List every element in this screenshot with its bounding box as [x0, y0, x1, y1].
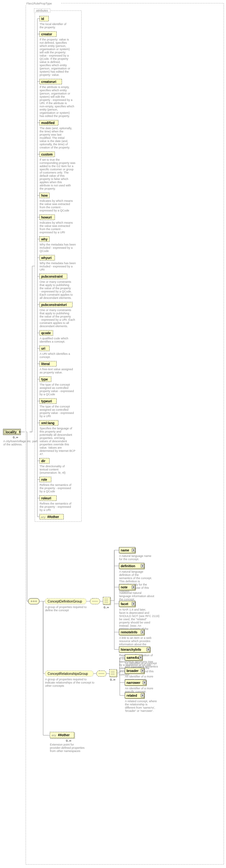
svg-text:creator: creator	[41, 32, 52, 36]
svg-text:type: type	[41, 378, 48, 381]
svg-text:A group of properties required: A group of properties required to define…	[45, 606, 88, 612]
attr-creator: creatorIf the property: value isnot defi…	[37, 31, 70, 76]
attr-custom-annotation: If set to true thecorresponding property…	[39, 158, 76, 190]
attr-roleuri: roleuriRefines the semantics ofthe prope…	[37, 496, 72, 512]
attr-typeuri: typeuriThe type of the conceptassigned a…	[37, 399, 74, 418]
svg-text:related: related	[126, 694, 137, 698]
rel-narrower-annotation: An identifier of a morespecific concept.	[125, 687, 153, 693]
attr-type-annotation: The type of the conceptassigned as contr…	[39, 383, 74, 396]
attr-why: whyWhy the metadata has beenincluded - e…	[37, 237, 76, 253]
attr-pubconstraint: pubconstraintOne or many constraintsthat…	[37, 274, 73, 300]
attr-id-annotation: The local identifier ofthe property.	[39, 23, 67, 29]
svg-text:0..∞: 0..∞	[110, 678, 115, 681]
svg-text:custom: custom	[41, 153, 53, 156]
choice-def: 0..∞	[103, 597, 111, 609]
attr-type: typeThe type of the conceptassigned as c…	[37, 377, 74, 396]
attr-xml:lang-annotation: Specifies the language ofthis property a…	[39, 427, 75, 456]
svg-text:0..∞: 0..∞	[66, 739, 71, 742]
svg-text:hierarchyInfo: hierarchyInfo	[121, 648, 141, 651]
concept-definition-group: ConceptDefinitionGroup A group of proper…	[45, 598, 88, 612]
attr-creatoruri: creatoruriIf the attribute is empty,spec…	[37, 79, 74, 118]
svg-text:A group of properties required: A group of properties required to indica…	[45, 678, 95, 687]
svg-text:facet: facet	[121, 602, 129, 606]
concept-relationships-group: ConceptRelationshipsGroup A group of pro…	[45, 671, 95, 687]
attr-id: idThe local identifier ofthe property.	[37, 16, 67, 29]
rel-related: relatedA related concept, wherethe relat…	[120, 692, 157, 712]
svg-text:sameAs: sameAs	[126, 656, 139, 659]
attr-xml:lang: xml:langSpecifies the language ofthis pr…	[37, 420, 75, 456]
def-name: nameA natural language namefor the conce…	[114, 547, 151, 561]
svg-text:remoteInfo: remoteInfo	[121, 630, 138, 634]
attr-dir: dirThe directionality oftextual content(…	[37, 458, 66, 474]
attr-dir-annotation: The directionality oftextual content(enu…	[39, 465, 66, 474]
attr-modified: modifiedThe date (and, optionally,the ti…	[37, 120, 72, 149]
any-other-extension: any ##other 0..∞ Extension point for pro…	[50, 732, 85, 753]
svg-text:role: role	[41, 478, 47, 482]
svg-text:ConceptRelationshipsGroup: ConceptRelationshipsGroup	[48, 672, 88, 676]
attr-typeuri-annotation: The type of the conceptassigned as contr…	[39, 405, 74, 418]
svg-text:uri: uri	[41, 347, 46, 350]
svg-text:any: any	[41, 516, 46, 519]
svg-text:modified: modified	[41, 121, 55, 125]
attr-whyuri-annotation: Why the metadata has beenincluded - expr…	[39, 261, 76, 271]
svg-text:pubconstrainturi: pubconstrainturi	[41, 303, 67, 307]
svg-text:definition: definition	[121, 564, 135, 568]
svg-text:name: name	[121, 549, 130, 552]
svg-text:ConceptDefinitionGroup: ConceptDefinitionGroup	[48, 600, 82, 603]
attr-howuri-annotation: Indicates by which meansthe value was ex…	[39, 221, 73, 234]
svg-text:0..∞: 0..∞	[13, 436, 18, 439]
rel-related-annotation: A related concept, wherethe relationship…	[125, 700, 157, 712]
attr-literal: literalA free-text value assignedas prop…	[37, 361, 73, 374]
attr-pubconstraint-annotation: One or many constraintsthat apply to pub…	[39, 280, 73, 300]
attr-role-annotation: Refines the semantics ofthe property - e…	[39, 483, 72, 493]
svg-text:any: any	[52, 734, 56, 737]
svg-text:broader: broader	[126, 669, 138, 673]
svg-text:creatoruri: creatoruri	[41, 80, 56, 84]
svg-text:dir: dir	[41, 459, 46, 463]
attr-pubconstrainturi: pubconstrainturiOne or many constraintst…	[37, 302, 75, 328]
attr-qcode-annotation: A qualified code whichidentifies a conce…	[39, 337, 68, 343]
def-note-annotation: Additional naturallanguage information a…	[119, 591, 154, 601]
def-name-annotation: A natural language namefor the concept.	[119, 554, 151, 561]
svg-text:literal: literal	[41, 362, 50, 366]
schema-diagram: Flex1RolePropType locality 0..∞ A city/t…	[0, 0, 226, 868]
choice-rel: 0..∞	[110, 670, 117, 681]
seq-def	[90, 598, 100, 604]
svg-text:howuri: howuri	[41, 216, 52, 219]
attr-how: howIndicates by which meansthe value was…	[37, 193, 73, 212]
rel-sameAs-annotation: An identifier of a conceptwith equivalen…	[124, 662, 158, 668]
svg-text:how: how	[41, 194, 48, 197]
def-remoteInfo: remoteInfoA link to an item or a webreso…	[114, 629, 152, 649]
svg-text:note: note	[121, 586, 128, 589]
attr-custom: customIf set to true thecorresponding pr…	[37, 152, 76, 190]
svg-text:locality: locality	[5, 430, 17, 434]
seq-rel	[96, 671, 106, 677]
svg-text:##other: ##other	[58, 733, 69, 737]
svg-text:0..∞: 0..∞	[104, 606, 109, 609]
sequence-compositor	[28, 598, 39, 604]
attr-pubconstrainturi-annotation: One or many constraintsthat apply to pub…	[39, 309, 75, 328]
rel-narrower: narrowerAn identifier of a morespecific …	[120, 680, 153, 693]
attributes-label: attributes	[36, 9, 48, 12]
attr-role: roleRefines the semantics ofthe property…	[37, 477, 72, 493]
svg-text:narrower: narrower	[126, 681, 140, 684]
locality-element: locality 0..∞ A city/town/village etc. p…	[3, 429, 38, 446]
def-facet: facetIn NAR 1.8 and later,facet is depre…	[114, 601, 159, 634]
root-title: Flex1RolePropType	[26, 2, 52, 5]
attr-modified-annotation: The date (and, optionally,the time) when…	[39, 127, 72, 149]
attr-##other: any##other	[37, 514, 64, 519]
attr-creator-annotation: If the property: value isnot defined, sp…	[39, 38, 70, 76]
attr-uri: uriA URI which identifies aconcept.	[37, 346, 70, 359]
attr-why-annotation: Why the metadata has beenincluded - expr…	[39, 243, 76, 253]
svg-text:roleuri: roleuri	[41, 496, 51, 500]
svg-text:why: why	[41, 238, 48, 241]
attr-how-annotation: Indicates by which meansthe value was ex…	[39, 199, 73, 212]
svg-text:qcode: qcode	[41, 331, 51, 335]
svg-text:##other: ##other	[47, 515, 59, 519]
svg-text:typeuri: typeuri	[41, 399, 52, 403]
attr-uri-annotation: A URI which identifies aconcept.	[39, 352, 70, 359]
svg-text:pubconstraint: pubconstraint	[41, 275, 63, 278]
svg-text:Extension point for
      prov: Extension point for provider-defined pro…	[50, 743, 85, 753]
svg-text:xml:lang: xml:lang	[41, 421, 54, 425]
locality-annotation: A city/town/village etc. part of the add…	[3, 440, 38, 446]
